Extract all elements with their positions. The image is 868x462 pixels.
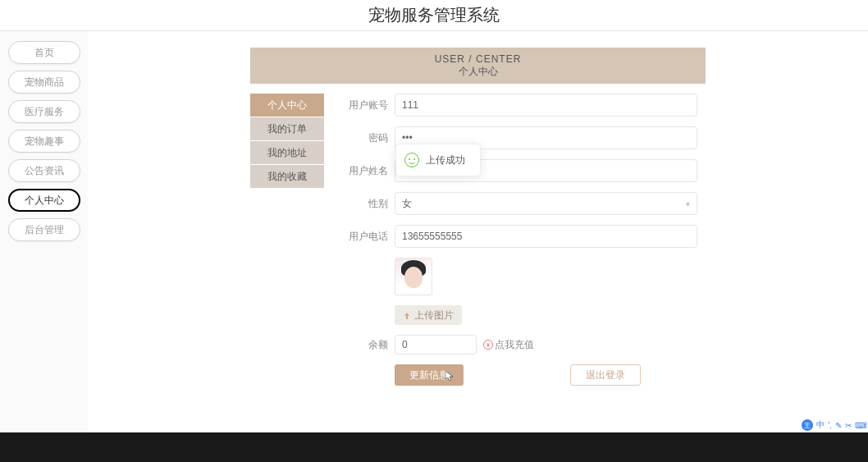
avatar-preview (395, 258, 432, 295)
logout-button[interactable]: 退出登录 (570, 364, 641, 386)
gender-label: 性别 (339, 197, 388, 211)
app-header: 宠物服务管理系统 (0, 0, 868, 31)
account-label: 用户账号 (339, 98, 388, 112)
profile-tabs: 个人中心 我的订单 我的地址 我的收藏 (250, 94, 324, 386)
ime-cut-icon[interactable]: ✂ (845, 421, 852, 430)
nav-medical[interactable]: 医疗服务 (8, 100, 80, 123)
banner-title-en: USER / CENTER (435, 53, 522, 65)
ime-punct[interactable]: '. (828, 421, 832, 430)
banner-title-cn: 个人中心 (459, 65, 498, 79)
yuan-icon: ¥ (483, 340, 493, 350)
sidebar-nav: 首页 宠物商品 医疗服务 宠物趣事 公告资讯 个人中心 后台管理 (0, 31, 88, 462)
tab-orders[interactable]: 我的订单 (250, 117, 324, 140)
phone-input[interactable] (395, 225, 697, 248)
toast-message: 上传成功 (426, 153, 465, 167)
tab-favorites[interactable]: 我的收藏 (250, 165, 324, 188)
nav-products[interactable]: 宠物商品 (8, 71, 80, 94)
ime-mode[interactable]: 中 (816, 419, 825, 431)
nav-stories[interactable]: 宠物趣事 (8, 130, 80, 153)
phone-label: 用户电话 (339, 230, 388, 244)
ime-toolbar[interactable]: 王 中 '. ✎ ✂ ⌨ (802, 419, 866, 431)
recharge-link[interactable]: ¥ 点我充值 (483, 338, 534, 352)
upload-image-button[interactable]: 上传图片 (395, 305, 462, 325)
tab-addresses[interactable]: 我的地址 (250, 141, 324, 164)
account-input[interactable] (395, 94, 697, 117)
gender-select[interactable]: 女 (395, 192, 697, 215)
ime-edit-icon[interactable]: ✎ (835, 421, 842, 430)
nav-news[interactable]: 公告资讯 (8, 159, 80, 182)
password-label: 密码 (339, 131, 388, 145)
nav-admin[interactable]: 后台管理 (8, 218, 80, 241)
profile-form: 用户账号 密码 用户姓名 性别 女 (324, 94, 706, 386)
balance-label: 余额 (339, 338, 388, 352)
nav-user-center[interactable]: 个人中心 (8, 189, 80, 212)
tab-profile[interactable]: 个人中心 (250, 94, 324, 117)
name-label: 用户姓名 (339, 164, 388, 178)
footer-bar (0, 432, 868, 462)
app-title: 宠物服务管理系统 (368, 4, 500, 26)
ime-keyboard-icon[interactable]: ⌨ (855, 421, 866, 430)
update-button[interactable]: 更新信息 (395, 364, 464, 386)
nav-home[interactable]: 首页 (8, 41, 80, 64)
ime-badge-icon[interactable]: 王 (802, 419, 813, 431)
page-banner: USER / CENTER 个人中心 (250, 48, 706, 84)
upload-icon (403, 311, 411, 319)
smile-icon (404, 153, 419, 167)
success-toast: 上传成功 (395, 144, 481, 176)
balance-input[interactable] (395, 335, 477, 355)
